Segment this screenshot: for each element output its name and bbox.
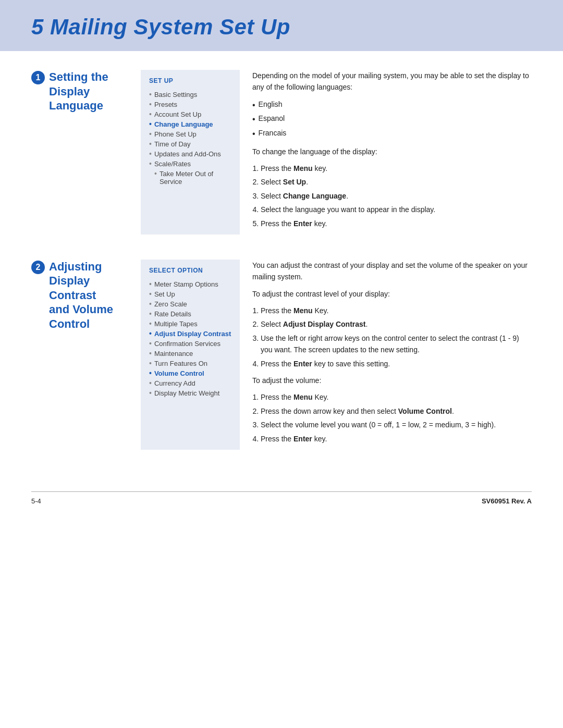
chapter-title: Mailing System Set Up [50,15,290,39]
page-header: 5 Mailing System Set Up [0,0,563,51]
menu-item: Confirmation Services [149,339,231,349]
section-2-title-block: 2 Adjusting Display Contrast and Volume … [31,260,136,331]
volume-step-item: Press the Enter key. [261,433,532,445]
menu-item: Display Metric Weight [149,388,231,398]
contrast-step-item: Use the left or right arrow keys on the … [261,332,532,356]
step-item: Select Set Up. [261,176,532,188]
menu-item: Take Meter Out of Service [149,169,231,187]
section-2-contrast-intro: To adjust the contrast level of your dis… [252,288,532,300]
section-2-title: Adjusting Display Contrast and Volume Co… [49,260,113,331]
menu-item: Set Up [149,289,231,299]
section-1-steps-intro: To change the language of the display: [252,146,532,157]
section-1: 1 Setting the Display Language SET UP Ba… [31,70,532,235]
section-2-title-line2: Display [49,274,90,287]
section-1-title-line3: Language [49,99,103,112]
section-1-desc: Depending on the model of your mailing s… [252,70,532,235]
section-2-heading: 2 Adjusting Display Contrast and Volume … [31,260,141,450]
step-item: Select Change Language. [261,190,532,202]
language-item: Francais [252,127,532,141]
page-footer: 5-4 SV60951 Rev. A [31,491,532,510]
step-item: Press the Menu key. [261,163,532,174]
section-1-menu-title: SET UP [149,77,231,84]
section-2-contrast-steps: Press the Menu Key.Select Adjust Display… [261,305,532,369]
section-1-title: Setting the Display Language [49,70,108,113]
section-2-volume-steps: Press the Menu Key.Press the down arrow … [261,391,532,445]
contrast-step-item: Press the Enter key to save this setting… [261,358,532,369]
footer-doc-number: SV60951 Rev. A [482,497,532,505]
menu-item: Currency Add [149,378,231,388]
contrast-step-item: Select Adjust Display Contrast. [261,318,532,330]
menu-item: Volume Control [149,368,231,378]
language-item: Espanol [252,113,532,126]
section-2-menu-title: SELECT OPTION [149,267,231,274]
section-1-title-block: 1 Setting the Display Language [31,70,136,113]
section-2-desc-intro: You can adjust the contrast of your disp… [252,260,532,283]
section-1-languages: EnglishEspanolFrancais [252,98,532,141]
section-1-menu-list: Basic SettingsPresetsAccount Set UpChang… [149,90,231,187]
step-item: Press the Enter key. [261,218,532,229]
section-2-title-line4: and Volume [49,303,113,316]
section-2-title-line1: Adjusting [49,260,102,273]
menu-item: Updates and Add-Ons [149,149,231,159]
section-2-title-line5: Control [49,317,90,330]
menu-item: Meter Stamp Options [149,279,231,289]
volume-step-item: Press the Menu Key. [261,391,532,403]
menu-item: Multiple Tapes [149,319,231,329]
menu-item: Account Set Up [149,109,231,119]
footer-page-number: 5-4 [31,497,41,505]
volume-step-item: Press the down arrow key and then select… [261,405,532,417]
menu-item: Basic Settings [149,90,231,100]
section-2-volume-intro: To adjust the volume: [252,375,532,386]
section-2-badge: 2 [31,261,45,274]
menu-item: Turn Features On [149,359,231,368]
menu-item: Presets [149,100,231,109]
section-2-desc: You can adjust the contrast of your disp… [252,260,532,450]
menu-item: Change Language [149,119,231,129]
language-item: English [252,98,532,112]
section-2: 2 Adjusting Display Contrast and Volume … [31,260,532,450]
section-1-menu-box: SET UP Basic SettingsPresetsAccount Set … [141,70,240,235]
menu-item: Phone Set Up [149,129,231,139]
page-body: 1 Setting the Display Language SET UP Ba… [0,70,563,471]
chapter-number: 5 [31,15,44,39]
menu-item: Rate Details [149,309,231,319]
section-2-menu-box: SELECT OPTION Meter Stamp OptionsSet UpZ… [141,260,240,450]
section-1-steps: Press the Menu key.Select Set Up.Select … [261,163,532,229]
section-1-heading: 1 Setting the Display Language [31,70,141,235]
section-1-title-line2: Display [49,85,90,98]
menu-item: Zero Scale [149,299,231,309]
contrast-step-item: Press the Menu Key. [261,305,532,316]
section-1-title-line1: Setting the [49,70,108,83]
menu-item: Time of Day [149,139,231,149]
section-1-badge: 1 [31,71,45,84]
menu-item: Adjust Display Contrast [149,329,231,339]
volume-step-item: Select the volume level you want (0 = of… [261,419,532,430]
section-2-menu-list: Meter Stamp OptionsSet UpZero ScaleRate … [149,279,231,398]
menu-item: Scale/Rates [149,159,231,169]
section-1-desc-intro: Depending on the model of your mailing s… [252,70,532,93]
page-title: 5 Mailing System Set Up [31,15,532,40]
section-2-title-line3: Contrast [49,289,96,302]
step-item: Select the language you want to appear i… [261,204,532,215]
menu-item: Maintenance [149,349,231,359]
